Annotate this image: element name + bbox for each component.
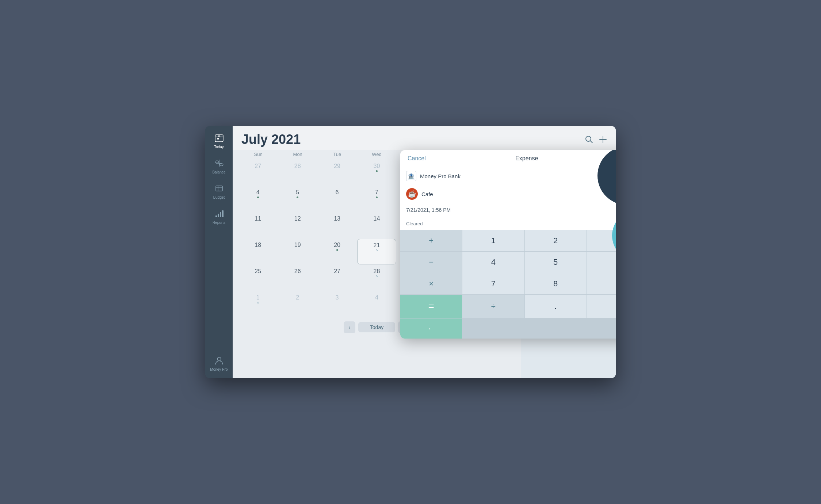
day-wed: Wed: [357, 150, 396, 159]
sidebar-item-budget[interactable]: Budget: [205, 180, 233, 202]
svg-rect-14: [222, 210, 224, 217]
num-9-button[interactable]: 9: [587, 273, 616, 294]
num-6-button[interactable]: 6: [587, 252, 616, 273]
divide-button[interactable]: ÷: [462, 295, 524, 318]
category-row[interactable]: ☕ Cafe: [400, 185, 616, 203]
date-text: 7/21/2021, 1:56 PM: [406, 207, 451, 213]
eur-placeholder: [587, 230, 616, 251]
category-icon: ☕: [406, 188, 418, 200]
account-name: Money Pro Bank: [420, 173, 616, 179]
minus-button[interactable]: −: [400, 252, 462, 273]
day-sun: Sun: [238, 150, 278, 159]
cal-cell[interactable]: 3: [318, 291, 356, 317]
calendar-icon: 21: [214, 133, 225, 144]
month-label: July: [241, 132, 268, 147]
svg-rect-13: [220, 212, 221, 217]
cal-cell[interactable]: 25: [238, 265, 277, 291]
expense-type: Expense: [515, 155, 538, 162]
cleared-section: Cleared: [400, 217, 616, 230]
prev-btn[interactable]: ‹: [344, 321, 355, 333]
svg-line-17: [591, 141, 593, 143]
main-content: July 2021: [233, 126, 616, 378]
cal-cell[interactable]: 4: [357, 291, 396, 317]
cal-cell[interactable]: 1: [238, 291, 277, 317]
svg-rect-2: [217, 138, 219, 140]
sidebar-item-balance-label: Balance: [212, 170, 225, 174]
cal-cell[interactable]: 5: [278, 186, 317, 212]
num-4-button[interactable]: 4: [462, 252, 524, 273]
cal-cell[interactable]: 2: [278, 291, 317, 317]
svg-text:21: 21: [218, 135, 220, 137]
cal-cell[interactable]: 11: [238, 213, 277, 238]
right-panel: GOALS 🏍️ New Last 3 🎯 CC Last 3: [521, 150, 616, 378]
cal-cell[interactable]: 18: [238, 239, 277, 264]
search-button[interactable]: [585, 135, 593, 144]
cancel-button[interactable]: Cancel: [400, 150, 433, 167]
day-tue: Tue: [317, 150, 357, 159]
sidebar-item-money-pro[interactable]: Money Pro: [205, 352, 233, 374]
cal-cell[interactable]: 19: [278, 239, 317, 264]
dot-button[interactable]: .: [525, 295, 587, 318]
date-row[interactable]: 7/21/2021, 1:56 PM PAID: [400, 203, 616, 217]
num-0-button[interactable]: 0: [587, 295, 616, 318]
svg-rect-11: [215, 215, 217, 217]
sidebar-item-reports[interactable]: Reports: [205, 205, 233, 228]
calendar-panel: Sun Mon Tue Wed Thu Fri Sat 27 28 29 30 …: [233, 150, 616, 378]
svg-point-15: [217, 357, 221, 361]
year-label: 2021: [271, 132, 301, 147]
sidebar-item-balance[interactable]: Balance: [205, 155, 233, 177]
numpad: EUR + 1 2 − 4 5 6 × 7 8 9 =: [400, 230, 616, 339]
cal-cell[interactable]: 29: [318, 160, 356, 186]
account-icon: 🏦: [406, 171, 416, 181]
num-7-button[interactable]: 7: [462, 273, 524, 294]
category-name: Cafe: [421, 191, 433, 197]
cal-cell[interactable]: 26: [278, 265, 317, 291]
svg-point-7: [219, 164, 223, 166]
app-window: 21 Today Balance: [205, 126, 616, 378]
cal-cell[interactable]: 20: [318, 239, 356, 264]
sidebar-item-money-pro-label: Money Pro: [210, 367, 228, 371]
header-actions: [585, 135, 607, 144]
num-1-button[interactable]: 1: [462, 230, 524, 251]
num-8-button[interactable]: 8: [525, 273, 587, 294]
sidebar-item-reports-label: Reports: [213, 221, 225, 225]
cal-cell[interactable]: 27: [238, 160, 277, 186]
cal-cell-today[interactable]: 21: [357, 239, 396, 264]
cal-cell[interactable]: 4: [238, 186, 277, 212]
num-5-button[interactable]: 5: [525, 252, 587, 273]
equals-button[interactable]: =: [400, 295, 462, 318]
balance-icon: [214, 158, 225, 169]
svg-point-6: [215, 161, 219, 163]
cleared-label: Cleared: [406, 221, 423, 226]
header: July 2021: [233, 126, 616, 150]
num-2-button[interactable]: 2: [525, 230, 587, 251]
sidebar-item-budget-label: Budget: [213, 195, 225, 199]
cal-cell[interactable]: 14: [357, 213, 396, 238]
add-button[interactable]: [599, 135, 607, 144]
reports-icon: [214, 208, 225, 219]
overlay-panel: 24 $28.22 Cancel Expense Save 🏦 Money Pr…: [400, 150, 616, 339]
cal-cell[interactable]: 30: [357, 160, 396, 186]
sidebar-item-today-label: Today: [214, 145, 224, 149]
cal-cell[interactable]: 6: [318, 186, 356, 212]
cal-cell[interactable]: 12: [278, 213, 317, 238]
backspace-button[interactable]: ←: [400, 318, 462, 339]
cal-cell[interactable]: 27: [318, 265, 356, 291]
cal-cell[interactable]: 28: [357, 265, 396, 291]
user-icon: [214, 355, 225, 366]
page-title: July 2021: [241, 132, 301, 147]
cal-cell[interactable]: 28: [278, 160, 317, 186]
svg-rect-12: [218, 214, 219, 217]
sidebar: 21 Today Balance: [205, 126, 233, 378]
plus-button[interactable]: +: [400, 230, 462, 251]
multiply-button[interactable]: ×: [400, 273, 462, 294]
today-button[interactable]: Today: [358, 322, 395, 332]
account-selector[interactable]: 🏦 Money Pro Bank: [400, 167, 616, 185]
budget-icon: [214, 183, 225, 194]
day-mon: Mon: [278, 150, 317, 159]
cal-cell[interactable]: 7: [357, 186, 396, 212]
sidebar-item-today[interactable]: 21 Today: [205, 130, 233, 152]
cal-cell[interactable]: 13: [318, 213, 356, 238]
overlay-header: Cancel Expense Save: [400, 150, 616, 167]
svg-rect-8: [216, 186, 222, 191]
